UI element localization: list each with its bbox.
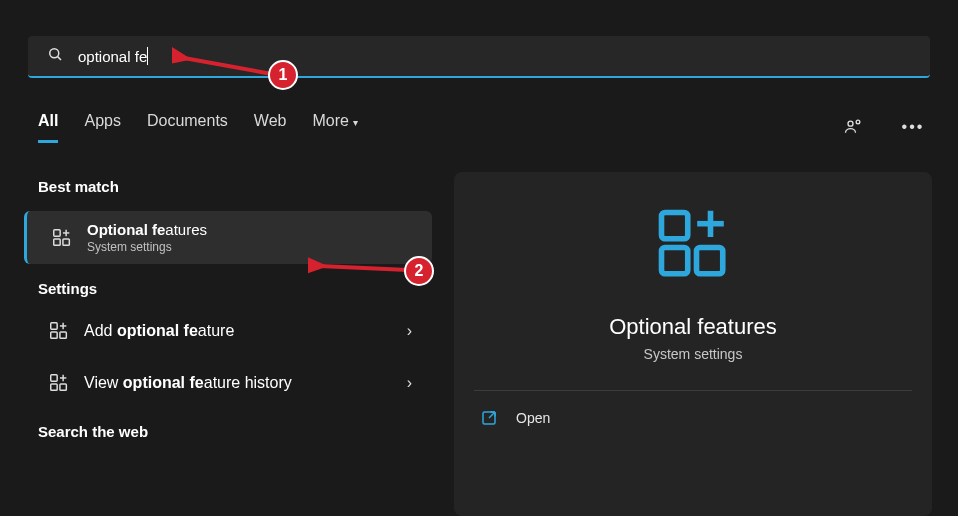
svg-rect-6: [63, 238, 69, 244]
svg-rect-16: [60, 384, 66, 390]
result-title: Optional features: [87, 221, 207, 238]
search-icon: [46, 45, 64, 67]
more-options-icon[interactable]: •••: [896, 110, 930, 144]
apps-add-icon: [48, 372, 70, 394]
svg-rect-5: [54, 238, 60, 244]
svg-rect-9: [51, 323, 57, 329]
search-text: optional fe: [78, 48, 147, 65]
result-feature-history[interactable]: View optional feature history ›: [0, 357, 444, 409]
svg-rect-20: [662, 248, 688, 274]
best-match-header: Best match: [0, 178, 444, 195]
search-company-icon[interactable]: [836, 110, 870, 144]
tab-more[interactable]: More▾: [312, 112, 357, 143]
svg-line-27: [489, 412, 495, 418]
open-icon: [480, 409, 498, 427]
svg-point-0: [50, 49, 59, 58]
tab-all[interactable]: All: [38, 112, 58, 143]
preview-pane: Optional features System settings Open: [454, 172, 932, 516]
open-label: Open: [516, 410, 550, 426]
apps-add-icon-large: [651, 202, 735, 290]
result-label: View optional feature history: [84, 374, 292, 392]
svg-point-2: [848, 121, 853, 126]
tab-web[interactable]: Web: [254, 112, 287, 143]
svg-line-1: [58, 57, 61, 60]
apps-add-icon: [48, 320, 70, 342]
preview-sub: System settings: [644, 346, 743, 362]
settings-header: Settings: [0, 280, 444, 297]
apps-add-icon: [51, 227, 73, 249]
svg-rect-11: [60, 332, 66, 338]
open-action[interactable]: Open: [454, 391, 932, 445]
svg-rect-21: [697, 248, 723, 274]
svg-rect-19: [662, 213, 688, 239]
result-optional-features[interactable]: Optional features System settings: [24, 211, 432, 264]
svg-rect-15: [51, 384, 57, 390]
search-web-header: Search the web: [0, 423, 444, 440]
result-sub: System settings: [87, 240, 207, 254]
text-cursor: [147, 47, 148, 65]
tab-apps[interactable]: Apps: [84, 112, 120, 143]
svg-rect-14: [51, 375, 57, 381]
tab-documents[interactable]: Documents: [147, 112, 228, 143]
chevron-down-icon: ▾: [353, 117, 358, 128]
svg-rect-10: [51, 332, 57, 338]
chevron-right-icon: ›: [407, 322, 412, 340]
chevron-right-icon: ›: [407, 374, 412, 392]
svg-rect-4: [54, 229, 60, 235]
result-label: Add optional feature: [84, 322, 234, 340]
svg-point-3: [856, 120, 860, 124]
preview-title: Optional features: [609, 314, 777, 340]
result-add-feature[interactable]: Add optional feature ›: [0, 305, 444, 357]
search-bar[interactable]: optional fe: [28, 36, 930, 78]
